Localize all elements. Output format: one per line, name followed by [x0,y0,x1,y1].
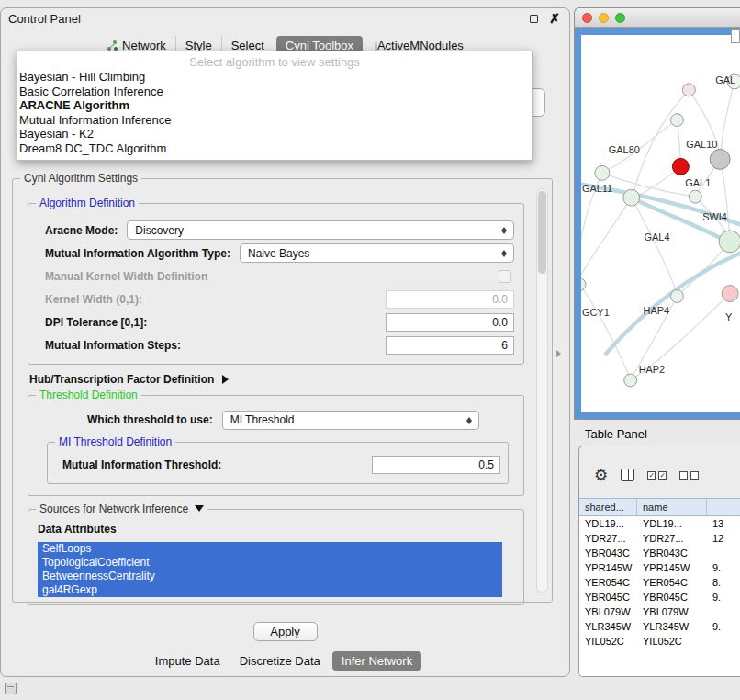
network-toolbar-fragment[interactable] [731,29,740,43]
network-node[interactable] [710,149,730,169]
network-node[interactable] [689,190,701,203]
algorithm-option-aracne-algorithm[interactable]: ARACNE Algorithm [17,98,532,113]
aracne-mode-combo[interactable]: Discovery [127,220,514,240]
node-label-gal: GAL [715,74,735,85]
mi-steps-label: Mutual Information Steps: [45,339,181,352]
attribute-item-betweennesscentrality[interactable]: BetweennessCentrality [38,570,502,583]
aracne-mode-label: Aracne Mode: [45,224,118,237]
table-cell: YBR043C [637,546,707,560]
column-header[interactable]: name [637,499,707,515]
column-header[interactable] [707,499,740,515]
table-row[interactable]: YER054CYER054C8. [579,575,740,590]
combo-stepper-icon [499,224,510,237]
node-label-hap4: HAP4 [644,305,670,316]
network-canvas[interactable]: GAL80GAL10GAL11GAL1SWI4GAL4GCY1HAP4HAP2Y… [581,35,740,412]
data-attributes-list[interactable]: SelfLoopsTopologicalCoefficientBetweenne… [38,542,502,597]
network-view-window: GAL80GAL10GAL11GAL1SWI4GAL4GCY1HAP4HAP2Y… [574,7,740,420]
column-header[interactable]: shared... [579,499,637,515]
control-panel-titlebar[interactable]: Control Panel ✗ [1,8,569,28]
dpi-tolerance-field[interactable]: 0.0 [386,313,514,332]
select-all-icon[interactable]: ✓✓ [647,471,667,480]
network-node[interactable] [623,189,640,206]
node-label-gal4: GAL4 [645,231,670,243]
table-row[interactable]: YPR145WYPR145W9. [579,560,740,575]
network-node[interactable] [672,158,689,175]
kernel-width-label: Kernel Width (0,1): [45,293,142,306]
table-cell: YBR045C [579,590,637,604]
minimize-traffic-light-icon[interactable] [599,13,609,23]
algorithm-option-bayesian-k2[interactable]: Bayesian - K2 [17,127,532,141]
tab-discretize-data[interactable]: Discretize Data [230,651,330,671]
table-cell: YBL079W [579,604,637,619]
close-traffic-light-icon[interactable] [582,13,592,23]
which-threshold-value: MI Threshold [230,413,295,426]
tab-impute-data[interactable]: Impute Data [146,651,230,671]
algorithm-option-dream8-dc-tdc-algorithm[interactable]: Dream8 DC_TDC Algorithm [17,141,532,156]
network-node[interactable] [581,278,586,291]
algorithm-popup: Select algorithm to view settings Bayesi… [17,51,533,161]
table-cell: YDL19... [637,516,707,531]
which-threshold-label: Which threshold to use: [87,413,213,426]
gear-icon[interactable]: ⚙ [594,468,608,483]
algorithm-option-mutual-information-inference[interactable]: Mutual Information Inference [17,113,532,128]
network-focus-frame: GAL80GAL10GAL11GAL1SWI4GAL4GCY1HAP4HAP2Y… [575,28,740,419]
network-edge [581,285,629,375]
splitter-collapse-icon[interactable] [556,350,561,357]
network-edge [721,82,734,152]
table-row[interactable]: YIL052CYIL052C [579,634,740,649]
network-window-titlebar[interactable] [575,8,740,28]
close-icon[interactable]: ✗ [549,12,560,25]
mi-threshold-row: Mutual Information Threshold: 0.5 [55,454,500,476]
deselect-all-icon[interactable] [679,471,699,480]
mi-type-combo[interactable]: Naive Bayes [240,243,514,263]
table-row[interactable]: YBR045CYBR045C9. [579,590,740,604]
table-cell: 9. [707,590,740,604]
network-node[interactable] [670,114,683,127]
data-attributes-label: Data Attributes [38,523,514,536]
node-label-y: Y [725,311,733,322]
float-window-icon[interactable] [530,15,538,23]
algorithm-option-bayesian-hill-climbing[interactable]: Bayesian - Hill Climbing [17,70,532,85]
apply-button[interactable]: Apply [253,622,318,641]
table-panel-label: Table Panel [585,427,647,441]
checked-box-icon: ✓ [658,471,667,480]
algorithm-option-basic-correlation-inference[interactable]: Basic Correlation Inference [17,85,532,99]
minimized-panel-icon[interactable] [5,683,17,694]
hub-definition-toggle[interactable]: Hub/Transcription Factor Definition [29,372,524,386]
network-icon [107,40,118,51]
network-node[interactable] [624,374,637,387]
tab-infer-network[interactable]: Infer Network [332,651,421,671]
table-row[interactable]: YDL19...YDL19...13 [579,516,740,531]
settings-scrollbar-thumb[interactable] [538,191,546,274]
network-node[interactable] [682,84,695,96]
network-node[interactable] [670,290,683,303]
network-node[interactable] [595,165,610,180]
table-row[interactable]: YBL079WYBL079W [579,604,740,619]
mi-steps-field[interactable]: 6 [386,336,514,355]
which-threshold-combo[interactable]: MI Threshold [222,411,479,430]
zoom-traffic-light-icon[interactable] [615,13,625,23]
node-label-gal1: GAL1 [685,177,711,188]
mi-type-row: Mutual Information Algorithm Type: Naive… [38,242,514,265]
mi-threshold-field[interactable]: 0.5 [372,456,500,474]
algorithm-popup-list: Bayesian - Hill ClimbingBasic Correlatio… [17,70,532,155]
table-header-row: shared...name [579,498,740,516]
attribute-item-gal4rgexp[interactable]: gal4RGexp [38,583,502,597]
table-row[interactable]: YDR27...YDR27...12 [579,531,740,546]
settings-scrollbar[interactable] [536,188,548,593]
control-panel-title: Control Panel [8,12,81,26]
kernel-width-field[interactable]: 0.0 [386,290,514,309]
columns-icon[interactable] [621,469,634,481]
table-row[interactable]: YLR345WYLR345W9. [579,619,740,634]
table-cell: YER054C [579,575,637,590]
network-node[interactable] [722,286,738,302]
attribute-item-selfloops[interactable]: SelfLoops [38,542,502,556]
mi-threshold-group-title: MI Threshold Definition [55,435,175,448]
network-node[interactable] [719,231,740,253]
table-cell: YPR145W [637,560,707,575]
manual-kernel-checkbox[interactable] [499,270,511,283]
sources-group-title[interactable]: Sources for Network Inference [36,502,207,515]
table-row[interactable]: YBR043CYBR043C [579,546,740,560]
table-toolbar: ⚙ ✓✓ [579,446,740,489]
attribute-item-topologicalcoefficient[interactable]: TopologicalCoefficient [38,556,502,570]
